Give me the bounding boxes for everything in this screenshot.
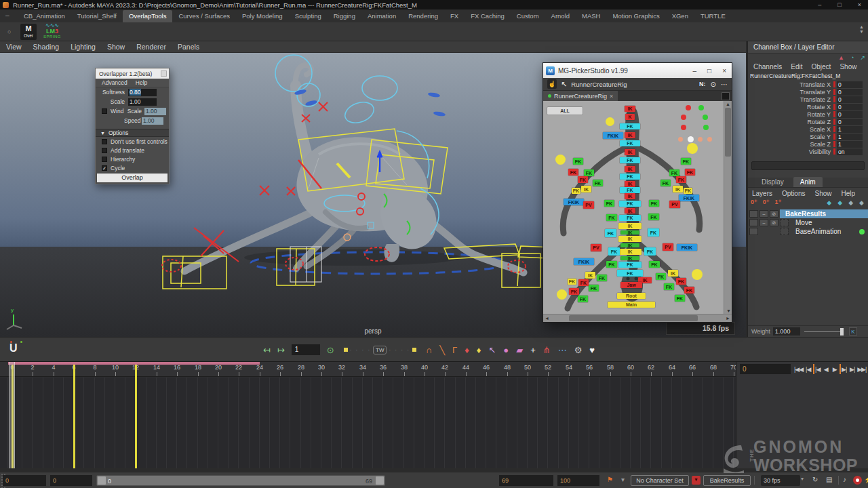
insert-key-icon[interactable]: ♦ xyxy=(465,346,469,354)
shelf-tab[interactable]: Arnold xyxy=(545,10,576,22)
channel-value-field[interactable]: 0 xyxy=(837,111,863,118)
shelf-tab[interactable]: FX xyxy=(444,10,465,22)
picker-canvas[interactable]: ALL xyxy=(543,101,724,314)
window-control-button[interactable]: × xyxy=(858,1,861,8)
picker-control-button[interactable]: FK xyxy=(660,180,671,186)
picker-control-button[interactable]: FK xyxy=(589,285,599,291)
channel-row[interactable]: Translate Y 0 xyxy=(748,88,868,96)
wind-speed-field[interactable]: 1.00 xyxy=(142,117,163,125)
spinner-up-icon[interactable]: ▲ xyxy=(859,24,864,29)
weight-field[interactable]: 1.000 xyxy=(773,327,800,336)
lm-spring-shelf-button[interactable]: ∿∿∿ LM3 SPRING xyxy=(41,23,64,41)
scrollbar-thumb[interactable] xyxy=(569,315,698,321)
layer-lock-icon[interactable] xyxy=(749,210,758,218)
insert-breakdown-icon[interactable]: ♦ xyxy=(477,346,481,354)
tween-machine-logo[interactable]: U xyxy=(9,341,24,357)
picker-control-button[interactable]: IK xyxy=(625,181,635,187)
range-end-handle[interactable] xyxy=(376,476,384,485)
character-gear-icon[interactable]: ⚙ xyxy=(574,346,583,354)
folder-icon[interactable]: ▰ xyxy=(516,346,523,354)
channel-box-menu-item[interactable]: Channels xyxy=(753,63,782,70)
picker-horizontal-scrollbar[interactable]: ◄ ► xyxy=(543,314,732,322)
layer-mute-icon[interactable]: – xyxy=(760,219,768,226)
picker-control-button[interactable]: FK xyxy=(568,169,578,176)
channel-value-field[interactable]: 0 xyxy=(837,89,863,96)
picker-control-button[interactable]: PV xyxy=(663,243,673,251)
picker-control-button[interactable]: IK xyxy=(625,106,635,112)
picker-control-button[interactable]: IK xyxy=(618,236,642,242)
tangent-linear-icon[interactable]: ╲ xyxy=(439,346,445,354)
picker-control-button[interactable]: FK xyxy=(664,283,674,290)
picker-control-button[interactable]: FK xyxy=(620,157,640,163)
playback-button[interactable]: ▶| xyxy=(840,364,847,374)
time-slider[interactable]: 0 2 4 6 8 10 12 xyxy=(0,361,868,468)
picker-control-button[interactable]: FK xyxy=(568,279,576,285)
picker-control-button[interactable]: FK xyxy=(604,200,614,207)
playback-button[interactable]: ▶| xyxy=(848,364,856,374)
picker-control-button[interactable]: IK xyxy=(618,223,642,229)
channel-box-menu-item[interactable]: Edit xyxy=(791,63,802,70)
channel-box-menu-item[interactable]: Show xyxy=(840,63,856,70)
picker-control-button[interactable]: FK xyxy=(669,169,679,176)
picker-control-button[interactable]: FK xyxy=(572,188,580,194)
shelf-tab[interactable]: Rendering xyxy=(402,10,444,22)
picker-control-button[interactable]: FK xyxy=(618,262,642,268)
picker-control-button[interactable]: FK xyxy=(675,295,685,302)
picker-vertical-scrollbar[interactable]: ▲ ▼ xyxy=(724,101,732,314)
layer-editor-tab[interactable]: Anim xyxy=(793,177,823,187)
picker-control-button[interactable] xyxy=(681,115,686,120)
channel-row[interactable]: Scale Y 1 xyxy=(748,133,868,140)
shelf-scroll-spinner[interactable]: ▲ ▼ xyxy=(859,24,864,34)
picker-control-button[interactable]: FK xyxy=(676,176,686,183)
picker-control-button[interactable] xyxy=(555,155,566,165)
playback-end-field[interactable]: 69 xyxy=(499,475,553,486)
create-layer-icon[interactable]: 1⁺ xyxy=(775,199,782,205)
scroll-right-icon[interactable]: ► xyxy=(726,316,730,321)
current-frame-field[interactable]: 0 xyxy=(740,364,791,374)
overlapper-checkbox-row[interactable]: ✓ Cycle xyxy=(96,163,169,172)
shelf-options-icon[interactable]: ○ xyxy=(7,28,11,35)
overlapper-menu-item[interactable]: Advanced xyxy=(102,79,127,86)
checkbox[interactable]: ✓ xyxy=(102,165,107,171)
panel-menu-item[interactable]: View xyxy=(6,43,22,51)
picker-control-button[interactable]: ALL xyxy=(547,107,583,115)
channel-row[interactable]: Translate Z 0 xyxy=(748,96,868,103)
picker-control-button[interactable]: FKIK xyxy=(677,244,697,251)
panel-menu-item[interactable]: Shading xyxy=(33,43,60,51)
checkbox[interactable] xyxy=(102,139,107,144)
picker-titlebar[interactable]: M MG-PickerStudio v1.99 –□× xyxy=(543,63,732,78)
weight-key-button[interactable]: K xyxy=(849,327,857,336)
shelf-tab[interactable]: Poly Modeling xyxy=(236,10,289,22)
shelf-tab[interactable]: TURTLE xyxy=(694,10,732,22)
tween-label[interactable]: TW xyxy=(373,346,387,354)
picker-control-button[interactable]: FK xyxy=(619,215,641,221)
keyframe-tick[interactable] xyxy=(73,362,75,468)
layer-ghost-icon[interactable] xyxy=(780,228,789,235)
options-section-header[interactable]: ▼ Options xyxy=(96,129,169,137)
channel-row[interactable]: Scale Z 1 xyxy=(748,140,868,148)
layer-editor-menu-item[interactable]: Options xyxy=(782,190,805,197)
step-back-key-icon[interactable]: ↤ xyxy=(263,346,271,354)
channel-row[interactable]: Rotate Y 0 xyxy=(748,110,868,118)
picker-control-button[interactable]: FK xyxy=(676,278,686,285)
shelf-tab[interactable]: MASH xyxy=(576,10,606,22)
channel-value-field[interactable]: 1 xyxy=(837,126,863,133)
tween-slider[interactable]: · · · · TW · · · · xyxy=(344,346,416,354)
shelf-tab[interactable]: Sculpting xyxy=(289,10,328,22)
picker-control-button[interactable]: FK xyxy=(684,287,694,293)
namespace-toggle[interactable]: N: xyxy=(699,81,706,87)
picker-control-button[interactable]: IK xyxy=(625,193,635,199)
picker-control-button[interactable]: FKIK xyxy=(603,132,623,139)
picker-control-button[interactable]: IK xyxy=(625,166,635,172)
tween-end-square[interactable] xyxy=(412,348,416,352)
picker-control-button[interactable] xyxy=(686,105,691,110)
more-icon[interactable]: ⋯ xyxy=(721,81,728,88)
picker-control-button[interactable]: IK xyxy=(668,270,678,277)
picker-control-button[interactable]: IK xyxy=(620,243,639,247)
shelf-tab[interactable]: Curves / Surfaces xyxy=(172,10,236,22)
picker-window-control-button[interactable]: × xyxy=(722,67,726,75)
picker-control-button[interactable]: FK xyxy=(620,123,640,129)
picker-control-button[interactable] xyxy=(698,137,703,142)
layer-editor-menu-item[interactable]: Show xyxy=(814,190,831,197)
picker-control-button[interactable]: FK xyxy=(606,214,617,221)
